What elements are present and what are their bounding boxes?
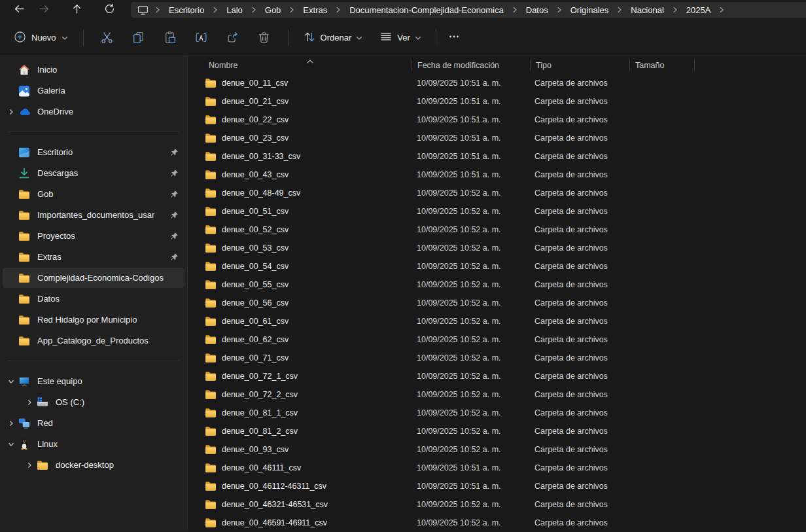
sidebar-item-gob[interactable]: Gob (3, 184, 184, 204)
file-name-cell[interactable]: denue_00_55_csv (188, 279, 412, 291)
file-row[interactable]: denue_00_51_csv10/09/2025 10:52 a. m.Car… (188, 202, 806, 221)
file-name-cell[interactable]: denue_00_11_csv (188, 77, 412, 89)
view-button[interactable]: Ver (373, 26, 428, 50)
file-row[interactable]: denue_00_81_2_csv10/09/2025 10:52 a. m.C… (188, 422, 806, 440)
column-header-nombre[interactable]: Nombre (188, 61, 412, 70)
column-header-fecha[interactable]: Fecha de modificación (412, 60, 530, 71)
column-header-tamano[interactable]: Tamaño (629, 60, 694, 71)
file-row[interactable]: denue_00_11_csv10/09/2025 10:51 a. m.Car… (188, 74, 806, 92)
breadcrumb-segment[interactable]: Documentacion-Complejidad-Economica (345, 4, 508, 16)
paste-button[interactable] (158, 27, 183, 49)
file-name-cell[interactable]: denue_00_23_csv (188, 132, 412, 144)
sidebar-item-datos[interactable]: Datos (3, 289, 184, 309)
file-name-cell[interactable]: denue_00_22_csv (188, 114, 412, 126)
file-row[interactable]: denue_00_46591-46911_csv10/09/2025 10:52… (188, 514, 806, 531)
file-row[interactable]: denue_00_72_2_csv10/09/2025 10:52 a. m.C… (188, 385, 806, 404)
sidebar-item-descargas[interactable]: Descargas (3, 163, 184, 183)
sidebar-item-os-c-[interactable]: OS (C:) (3, 392, 184, 412)
file-row[interactable]: denue_00_46112-46311_csv10/09/2025 10:51… (188, 477, 806, 495)
breadcrumb-segment[interactable]: Escritorio (164, 4, 209, 16)
column-header-tipo[interactable]: Tipo (530, 60, 629, 71)
file-name-cell[interactable]: denue_00_62_csv (188, 334, 412, 346)
share-button[interactable] (220, 27, 245, 49)
file-name-cell[interactable]: denue_00_31-33_csv (188, 151, 412, 162)
back-button[interactable] (9, 1, 29, 18)
breadcrumb-segment[interactable]: Datos (521, 4, 553, 16)
file-row[interactable]: denue_00_81_1_csv10/09/2025 10:52 a. m.C… (188, 404, 806, 422)
file-name-cell[interactable]: denue_00_46112-46311_csv (188, 480, 412, 492)
chevron-down-icon[interactable] (5, 441, 17, 448)
sidebar-item-docker-desktop[interactable]: docker-desktop (3, 455, 184, 475)
file-row[interactable]: denue_00_31-33_csv10/09/2025 10:51 a. m.… (188, 147, 806, 166)
breadcrumb-segment[interactable]: Lalo (222, 4, 247, 16)
rename-button[interactable] (189, 27, 214, 49)
sidebar-item-red[interactable]: Red (3, 413, 184, 433)
chevron-right-icon[interactable] (24, 462, 35, 469)
file-row[interactable]: denue_00_54_csv10/09/2025 10:52 a. m.Car… (188, 257, 806, 275)
sidebar-item-proyectos[interactable]: Proyectos (3, 226, 184, 246)
cut-button[interactable] (95, 27, 120, 49)
breadcrumb-segment[interactable]: 2025A (682, 4, 716, 16)
breadcrumb-chevron-icon[interactable] (151, 7, 164, 13)
file-row[interactable]: denue_00_46111_csv10/09/2025 10:51 a. m.… (188, 459, 806, 477)
file-row[interactable]: denue_00_93_csv10/09/2025 10:52 a. m.Car… (188, 440, 806, 459)
breadcrumb-chevron-icon[interactable] (508, 7, 521, 13)
file-row[interactable]: denue_00_56_csv10/09/2025 10:52 a. m.Car… (188, 294, 806, 312)
breadcrumb-chevron-icon[interactable] (247, 7, 260, 13)
chevron-right-icon[interactable] (5, 420, 17, 427)
breadcrumb-chevron-icon[interactable] (553, 7, 566, 13)
more-button[interactable] (442, 27, 466, 49)
file-name-cell[interactable]: denue_00_81_2_csv (188, 425, 412, 437)
sidebar-item-escritorio[interactable]: Escritorio (3, 142, 184, 162)
file-name-cell[interactable]: denue_00_54_csv (188, 260, 412, 272)
chevron-right-icon[interactable] (24, 399, 35, 406)
file-name-cell[interactable]: denue_00_46111_csv (188, 462, 412, 474)
sidebar-item-galer-a[interactable]: Galería (3, 80, 184, 101)
file-name-cell[interactable]: denue_00_81_1_csv (188, 407, 412, 419)
file-name-cell[interactable]: denue_00_48-49_csv (188, 187, 412, 199)
file-name-cell[interactable]: denue_00_72_1_csv (188, 370, 412, 382)
file-name-cell[interactable]: denue_00_71_csv (188, 352, 412, 364)
sidebar-item-extras[interactable]: Extras (3, 247, 184, 267)
copy-button[interactable] (126, 27, 151, 49)
chevron-right-icon[interactable] (5, 109, 17, 115)
file-name-cell[interactable]: denue_00_46591-46911_csv (188, 517, 412, 529)
chevron-down-icon[interactable] (5, 378, 17, 385)
breadcrumb-chevron-icon[interactable] (669, 7, 682, 13)
delete-button[interactable] (252, 27, 277, 49)
file-row[interactable]: denue_00_46321-46531_csv10/09/2025 10:52… (188, 495, 806, 514)
file-name-cell[interactable]: denue_00_61_csv (188, 315, 412, 327)
file-row[interactable]: denue_00_23_csv10/09/2025 10:51 a. m.Car… (188, 129, 806, 147)
file-name-cell[interactable]: denue_00_51_csv (188, 205, 412, 217)
sidebar-item-app-catalogo-de-productos[interactable]: App_Catalogo_de_Productos (3, 330, 184, 351)
breadcrumb-segment[interactable]: Extras (298, 4, 332, 16)
file-name-cell[interactable]: denue_00_52_csv (188, 224, 412, 236)
sidebar-item-onedrive[interactable]: OneDrive (3, 101, 184, 122)
file-name-cell[interactable]: denue_00_72_2_csv (188, 389, 412, 400)
breadcrumb-segment[interactable]: Originales (566, 4, 614, 16)
file-row[interactable]: denue_00_61_csv10/09/2025 10:52 a. m.Car… (188, 312, 806, 330)
sidebar-item-complejidad-economica-codigos[interactable]: Complejidad-Economica-Codigos (3, 268, 184, 288)
forward-button[interactable] (34, 1, 54, 18)
file-row[interactable]: denue_00_55_csv10/09/2025 10:52 a. m.Car… (188, 275, 806, 294)
file-name-cell[interactable]: denue_00_43_csv (188, 169, 412, 181)
breadcrumb-chevron-icon[interactable] (285, 7, 298, 13)
file-row[interactable]: denue_00_48-49_csv10/09/2025 10:52 a. m.… (188, 184, 806, 202)
file-name-cell[interactable]: denue_00_53_csv (188, 242, 412, 254)
breadcrumb-segment[interactable]: Nacional (626, 4, 669, 16)
file-row[interactable]: denue_00_52_csv10/09/2025 10:52 a. m.Car… (188, 221, 806, 239)
sidebar-item-linux[interactable]: Linux (3, 434, 184, 454)
file-name-cell[interactable]: denue_00_56_csv (188, 297, 412, 309)
file-row[interactable]: denue_00_71_csv10/09/2025 10:52 a. m.Car… (188, 349, 806, 367)
address-bar[interactable]: EscritorioLaloGobExtrasDocumentacion-Com… (131, 2, 806, 18)
file-row[interactable]: denue_00_72_1_csv10/09/2025 10:52 a. m.C… (188, 367, 806, 385)
file-row[interactable]: denue_00_43_csv10/09/2025 10:51 a. m.Car… (188, 166, 806, 184)
file-row[interactable]: denue_00_21_csv10/09/2025 10:51 a. m.Car… (188, 92, 806, 111)
breadcrumb-chevron-icon[interactable] (209, 7, 222, 13)
file-name-cell[interactable]: denue_00_93_csv (188, 444, 412, 455)
refresh-button[interactable] (99, 1, 119, 18)
new-button[interactable]: Nuevo (7, 26, 75, 50)
up-button[interactable] (67, 1, 86, 18)
file-name-cell[interactable]: denue_00_46321-46531_csv (188, 499, 412, 510)
file-row[interactable]: denue_00_62_csv10/09/2025 10:52 a. m.Car… (188, 330, 806, 349)
